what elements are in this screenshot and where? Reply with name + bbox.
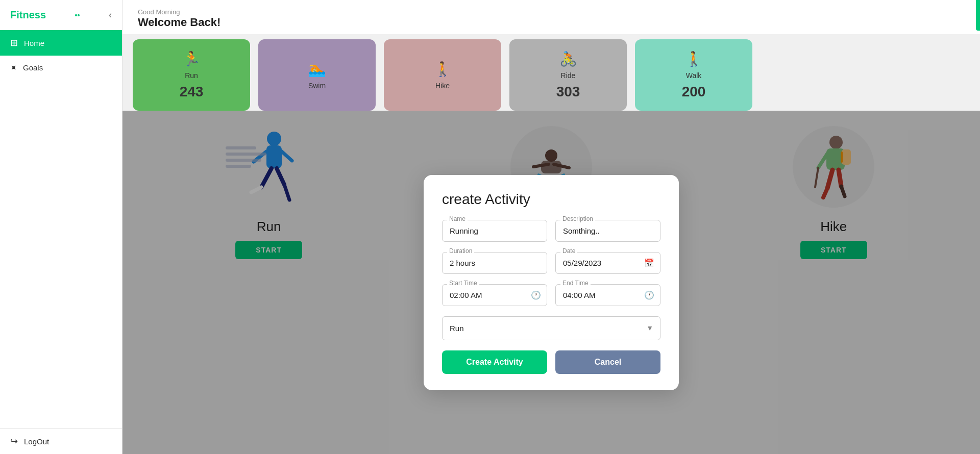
clock-icon-end: 🕐 — [644, 290, 654, 300]
sidebar-item-label: Goals — [23, 63, 43, 72]
main-content: Good Morning Welcome Back! 🏃 Run 243 🏊 S… — [122, 0, 980, 454]
top-accent-bar — [976, 0, 980, 31]
walk-card-icon: 🚶 — [685, 51, 703, 67]
start-time-field-group: Start Time 🕐 — [442, 284, 547, 306]
home-icon: ⊞ — [10, 37, 18, 48]
activity-card-ride[interactable]: 🚴 Ride 303 — [509, 39, 627, 111]
activity-card-walk[interactable]: 🚶 Walk 200 — [635, 39, 752, 111]
greeting-text: Good Morning — [138, 8, 965, 16]
run-card-value: 243 — [180, 84, 204, 100]
run-card-icon: 🏃 — [183, 51, 201, 67]
logout-icon: ↪ — [10, 436, 18, 447]
page-header: Good Morning Welcome Back! — [122, 0, 980, 34]
name-label: Name — [447, 215, 468, 222]
form-row-duration-date: Duration Date 📅 — [442, 252, 660, 274]
content-area: Run START Swim — [122, 111, 980, 454]
end-time-label: End Time — [560, 280, 591, 287]
ride-card-label: Ride — [561, 71, 576, 80]
sidebar: Fitness•• ‹ ⊞ Home ✦ Goals ↪ LogOut — [0, 0, 122, 454]
description-field-group: Description — [555, 220, 660, 242]
modal-actions: Create Activity Cancel — [442, 350, 660, 374]
form-row-times: Start Time 🕐 End Time 🕐 — [442, 284, 660, 306]
sidebar-logout-button[interactable]: ↪ LogOut — [0, 428, 122, 454]
description-label: Description — [560, 215, 595, 222]
logout-label: LogOut — [24, 437, 49, 446]
logo-dots: •• — [75, 11, 80, 19]
sidebar-collapse-button[interactable]: ‹ — [109, 10, 112, 20]
clock-icon-start: 🕐 — [531, 290, 541, 300]
activity-card-run[interactable]: 🏃 Run 243 — [133, 39, 250, 111]
sidebar-item-home[interactable]: ⊞ Home — [0, 30, 122, 56]
form-row-name-desc: Name Description — [442, 220, 660, 242]
activity-card-swim[interactable]: 🏊 Swim — [258, 39, 376, 111]
duration-field-group: Duration — [442, 252, 547, 274]
create-activity-button[interactable]: Create Activity — [442, 350, 547, 374]
swim-card-label: Swim — [308, 82, 326, 90]
description-input[interactable] — [555, 220, 660, 242]
name-field-group: Name — [442, 220, 547, 242]
start-time-input-wrapper: 🕐 — [442, 284, 547, 306]
modal-overlay: create Activity Name Description Dur — [122, 111, 980, 454]
sidebar-item-goals[interactable]: ✦ Goals — [0, 56, 122, 80]
duration-input[interactable] — [442, 252, 547, 274]
calendar-icon: 📅 — [644, 258, 654, 268]
activity-type-select-group: Run Swim Hike Ride Walk ▼ — [442, 316, 660, 340]
walk-card-value: 200 — [682, 84, 706, 100]
sidebar-item-label: Home — [24, 39, 44, 47]
run-card-label: Run — [185, 71, 198, 80]
ride-card-icon: 🚴 — [559, 51, 577, 67]
sidebar-logo: Fitness•• ‹ — [0, 0, 122, 30]
swim-card-icon: 🏊 — [308, 61, 326, 78]
create-activity-modal: create Activity Name Description Dur — [424, 175, 679, 390]
duration-label: Duration — [447, 247, 474, 255]
activity-type-select[interactable]: Run Swim Hike Ride Walk — [442, 316, 660, 340]
date-field-group: Date 📅 — [555, 252, 660, 274]
activity-cards-row: 🏃 Run 243 🏊 Swim 🚶 Hike 🚴 Ride 303 🚶 Wal… — [122, 39, 980, 111]
end-time-input-wrapper: 🕐 — [555, 284, 660, 306]
date-label: Date — [560, 247, 577, 255]
goals-icon: ✦ — [8, 62, 19, 73]
hike-card-label: Hike — [435, 82, 450, 90]
activity-card-hike[interactable]: 🚶 Hike — [384, 39, 501, 111]
cancel-button[interactable]: Cancel — [555, 350, 660, 374]
date-input-wrapper: 📅 — [555, 252, 660, 274]
sidebar-nav: ⊞ Home ✦ Goals — [0, 30, 122, 428]
walk-card-label: Walk — [686, 71, 702, 80]
welcome-text: Welcome Back! — [138, 16, 965, 29]
modal-title: create Activity — [442, 191, 660, 208]
start-time-label: Start Time — [447, 280, 479, 287]
logo-text: Fitness — [10, 9, 46, 21]
name-input[interactable] — [442, 220, 547, 242]
end-time-field-group: End Time 🕐 — [555, 284, 660, 306]
ride-card-value: 303 — [556, 84, 580, 100]
hike-card-icon: 🚶 — [434, 61, 452, 78]
